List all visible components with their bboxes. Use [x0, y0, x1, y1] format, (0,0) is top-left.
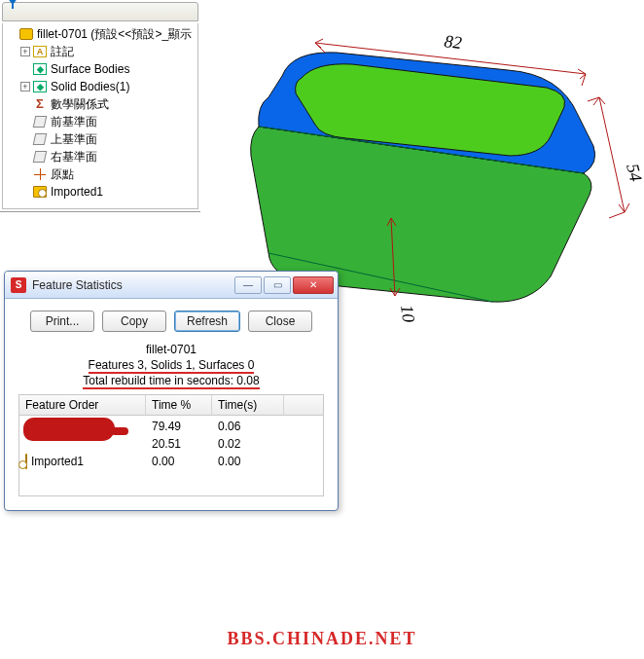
tree-root[interactable]: fillet-0701 (預設<<預設>_顯示 — [7, 25, 194, 43]
feature-tree-panel: fillet-0701 (預設<<預設>_顯示 + A 註記 ◆ Surface… — [0, 0, 200, 212]
stats-header[interactable]: Feature Order Time % Time(s) — [19, 395, 323, 416]
part-icon — [18, 27, 34, 41]
folder-a-icon: A — [32, 45, 48, 58]
tree-body: fillet-0701 (預設<<預設>_顯示 + A 註記 ◆ Surface… — [2, 23, 198, 209]
cell-secs: 0.02 — [212, 437, 284, 451]
dim-length: 82 — [444, 31, 463, 53]
dim-width: 54 — [623, 162, 644, 183]
print-button[interactable]: Print... — [30, 311, 94, 332]
imported-icon — [32, 185, 48, 199]
plane-icon — [32, 150, 48, 164]
tree-item-label: 右基準面 — [51, 149, 97, 165]
tree-item-label: Surface Bodies — [51, 62, 129, 76]
folder-s-icon: ◆ — [32, 80, 48, 93]
cell-name: Imported1 — [31, 455, 84, 468]
feature-statistics-dialog: S Feature Statistics — ▭ ✕ Print... Copy… — [4, 271, 339, 511]
dialog-titlebar[interactable]: S Feature Statistics — ▭ ✕ — [5, 272, 338, 299]
info-summary: Features 3, Solids 1, Surfaces 0 — [89, 358, 255, 374]
tree-item-right-plane[interactable]: 右基準面 — [7, 148, 194, 165]
dialog-info: fillet-0701 Features 3, Solids 1, Surfac… — [18, 342, 324, 388]
info-part-name: fillet-0701 — [18, 342, 324, 357]
tree-item-label: 原點 — [51, 166, 74, 183]
minimize-button[interactable]: — — [234, 276, 262, 294]
filter-icon[interactable] — [7, 5, 18, 18]
tree-item-label: 上基準面 — [51, 131, 97, 148]
plane-icon — [32, 115, 48, 128]
tree-item-solid-bodies[interactable]: + ◆ Solid Bodies(1) — [7, 78, 194, 95]
expand-icon[interactable]: + — [20, 47, 30, 56]
col-time-pct[interactable]: Time % — [146, 395, 212, 415]
window-close-button[interactable]: ✕ — [293, 276, 334, 294]
tree-item-imported1[interactable]: Imported1 — [7, 183, 194, 201]
tree-item-equations[interactable]: Σ 數學關係式 — [7, 95, 194, 113]
tree-item-label: 註記 — [51, 44, 74, 60]
svg-line-5 — [315, 43, 325, 53]
tree-item-surface-bodies[interactable]: ◆ Surface Bodies — [7, 60, 194, 78]
sigma-icon: Σ — [32, 97, 48, 111]
tree-root-label: fillet-0701 (預設<<預設>_顯示 — [37, 26, 192, 43]
tree-item-front-plane[interactable]: 前基準面 — [7, 113, 194, 130]
table-row[interactable]: Imported1 0.00 0.00 — [19, 453, 323, 470]
tree-item-label: 前基準面 — [51, 114, 97, 130]
tree-item-origin[interactable]: 原點 — [7, 165, 194, 183]
col-spacer — [284, 395, 323, 415]
imported-icon — [25, 455, 27, 468]
cell-pct: 0.00 — [146, 455, 212, 468]
dialog-title: Feature Statistics — [32, 278, 234, 292]
plane-icon — [32, 132, 48, 146]
maximize-button[interactable]: ▭ — [264, 276, 291, 294]
watermark-text: BBS.CHINADE.NET — [0, 629, 644, 649]
tree-item-top-plane[interactable]: 上基準面 — [7, 130, 194, 148]
refresh-button[interactable]: Refresh — [174, 311, 240, 332]
info-rebuild-time: Total rebuild time in seconds: 0.08 — [83, 374, 259, 389]
app-icon: S — [11, 277, 26, 293]
svg-line-2 — [315, 39, 323, 43]
dialog-button-row: Print... Copy Refresh Close — [18, 311, 324, 332]
dim-height: 10 — [397, 304, 418, 324]
folder-s-icon: ◆ — [32, 62, 48, 76]
cell-secs: 0.00 — [212, 455, 284, 468]
copy-button[interactable]: Copy — [102, 311, 166, 332]
svg-line-11 — [625, 203, 629, 212]
tree-item-label: Imported1 — [51, 185, 103, 199]
svg-line-13 — [609, 212, 625, 218]
col-time-s[interactable]: Time(s) — [212, 395, 284, 415]
tree-item-label: Solid Bodies(1) — [51, 80, 129, 93]
cell-pct: 79.49 — [146, 420, 212, 433]
cell-secs: 0.06 — [212, 420, 284, 433]
svg-line-7 — [599, 97, 625, 212]
origin-icon — [32, 167, 48, 181]
expand-icon[interactable]: + — [20, 82, 30, 92]
cell-pct: 20.51 — [146, 437, 212, 451]
tree-item-annotations[interactable]: + A 註記 — [7, 43, 194, 60]
redacted-marker — [23, 418, 115, 441]
close-button[interactable]: Close — [248, 311, 312, 332]
col-feature-order[interactable]: Feature Order — [19, 395, 146, 415]
tree-toolbar — [2, 2, 198, 21]
tree-item-label: 數學關係式 — [51, 96, 109, 113]
stats-table: Feature Order Time % Time(s) 79.49 0.06 … — [18, 394, 324, 496]
